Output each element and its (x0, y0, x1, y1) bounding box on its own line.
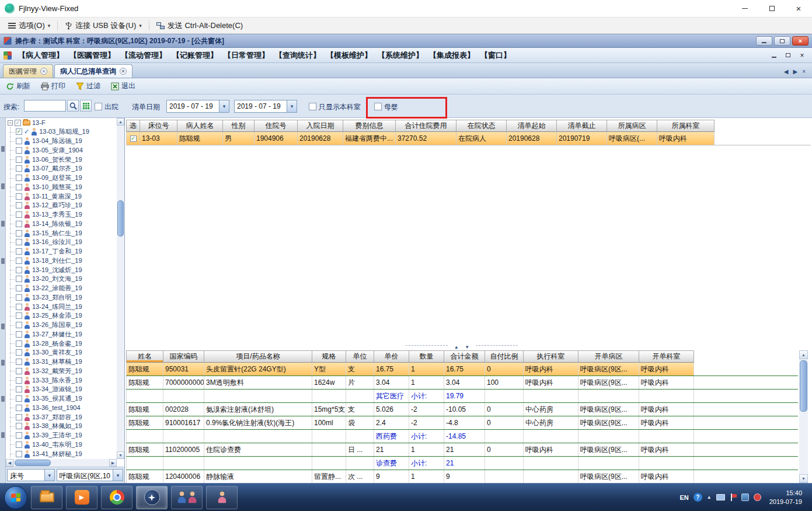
detail-cell[interactable]: 21 (374, 443, 409, 456)
detail-cell[interactable] (312, 443, 346, 456)
detail-cell[interactable]: 21 (444, 443, 485, 456)
detail-header-10[interactable]: 开单病区 (578, 350, 639, 363)
tree-item-patient[interactable]: 13-36_test_1904 (6, 404, 117, 413)
detail-cell[interactable]: 呼吸内科 (639, 403, 694, 416)
detail-cell[interactable]: 950031 (163, 363, 204, 376)
detail-cell[interactable] (578, 430, 639, 443)
tab-close-all-icon[interactable]: × (802, 68, 806, 75)
tree-vertical-scrollbar[interactable]: ▲ ▼ (117, 118, 124, 459)
detail-cell[interactable]: 呼吸病区(9区... (578, 470, 639, 483)
menu-item-8[interactable]: 【集成报表】 (426, 48, 478, 62)
summary-cell[interactable]: ✓ (126, 132, 140, 145)
taskbar-clock[interactable]: 15:40 2019-07-19 (769, 489, 806, 506)
taskbar-explorer-button[interactable] (31, 486, 62, 509)
detail-cell[interactable]: 呼吸病区(9区... (578, 443, 639, 456)
patient-label[interactable]: 13-07_戴尔齐_19 (32, 164, 82, 173)
only-dept-label[interactable]: 只显示本科室 (319, 102, 361, 112)
detail-cell[interactable] (204, 457, 312, 470)
detail-cell[interactable]: 陈聪规 (126, 363, 163, 376)
tree-item-patient[interactable]: 13-30_黄祥友_19 (6, 348, 117, 357)
patient-label[interactable]: 13-06_贺长荣_19 (32, 155, 82, 164)
remote-restore-button[interactable] (774, 36, 790, 46)
summary-cell[interactable]: 20190719 (557, 132, 607, 145)
detail-cell[interactable]: 9 (444, 470, 485, 483)
options-menu[interactable]: 选项(O) ▾ (6, 20, 53, 31)
detail-cell[interactable] (524, 390, 578, 402)
detail-cell[interactable]: 19.79 (444, 390, 485, 402)
detail-subtotal-row[interactable]: 其它医疗小计:19.79 (126, 390, 798, 403)
summary-header-1[interactable]: 床位号 (140, 120, 177, 132)
discharge-checkbox[interactable] (95, 103, 102, 110)
window-minimize-button[interactable] (731, 0, 758, 18)
scrollbar-thumb[interactable] (117, 200, 124, 237)
summary-cell[interactable]: 1904906 (255, 132, 298, 145)
scroll-down-icon[interactable]: ▼ (117, 451, 124, 459)
date-from-combo[interactable]: 2019 - 07 - 19 ▾ (166, 100, 229, 113)
tree-item-patient[interactable]: 13-26_陈国章_19 (6, 321, 117, 330)
patient-checkbox[interactable] (16, 239, 22, 245)
summary-header-12[interactable]: 所属科室 (657, 120, 715, 132)
patient-checkbox[interactable] (16, 442, 22, 448)
exit-button[interactable]: 退出 (111, 81, 135, 91)
detail-cell[interactable]: 呼吸内科 (639, 363, 694, 376)
tab-close-icon[interactable]: × (40, 68, 47, 75)
tree-item-patient[interactable]: 13-07_戴尔齐_19 (6, 164, 117, 173)
patient-label[interactable]: 13-20_刘文海_19 (32, 274, 82, 283)
collapsed-panel-strip[interactable] (0, 118, 6, 483)
patient-label[interactable]: 13-33_陈永香_19 (32, 376, 82, 385)
scroll-up-icon[interactable]: ▲ (117, 118, 124, 126)
detail-cell[interactable]: 120400006 (163, 470, 204, 483)
summary-cell[interactable]: 呼吸病区(... (607, 132, 657, 145)
ward-combo[interactable]: 呼吸病区(9区,10 ▾ (57, 469, 123, 481)
tree-item-patient[interactable]: 13-09_赵登英_19 (6, 173, 117, 183)
baby-checkbox[interactable] (374, 103, 382, 110)
detail-header-2[interactable]: 项目/药品名称 (204, 350, 312, 363)
tree-item-patient[interactable]: 13-31_林草楠_19 (6, 357, 117, 367)
summary-cell[interactable]: 20190628 (507, 132, 557, 145)
patient-checkbox[interactable] (16, 157, 22, 163)
patient-checkbox[interactable]: ✓ (16, 128, 22, 135)
detail-cell[interactable] (126, 430, 163, 443)
patient-label[interactable]: 13-05_安康_1904 (32, 146, 83, 155)
patient-label[interactable]: 13-12_蔡巧珍_19 (32, 201, 82, 210)
patient-label[interactable]: 13-37_郑碧容_19 (32, 413, 82, 422)
scrollbar-thumb[interactable] (15, 460, 51, 466)
export-button[interactable] (80, 100, 92, 112)
display-icon[interactable] (716, 494, 725, 500)
detail-cell[interactable]: 16.75 (444, 363, 485, 376)
menu-item-7[interactable]: 【系统维护】 (375, 48, 426, 62)
mdi-restore-button[interactable] (784, 51, 792, 60)
detail-cell[interactable]: 支 (346, 403, 374, 416)
scroll-left-icon[interactable]: ◀ (6, 459, 13, 467)
tree-item-patient[interactable]: 13-06_贺长荣_19 (6, 155, 117, 164)
baby-label[interactable]: 母婴 (384, 102, 398, 112)
patient-checkbox[interactable] (16, 405, 22, 411)
patient-label[interactable]: 13-31_林草楠_19 (32, 357, 82, 366)
detail-cell[interactable] (639, 430, 694, 443)
detail-cell[interactable] (312, 390, 346, 402)
detail-cell[interactable]: 3M透明敷料 (204, 376, 312, 389)
summary-header-7[interactable]: 合计住院费用 (396, 120, 456, 132)
patient-checkbox[interactable] (16, 285, 22, 291)
tree-item-patient[interactable]: 13-05_安康_1904 (6, 146, 117, 155)
taskbar-media-button[interactable]: ▶ (66, 486, 97, 509)
detail-header-1[interactable]: 国家编码 (163, 350, 204, 363)
patient-checkbox[interactable] (16, 312, 22, 319)
detail-header-11[interactable]: 开单科室 (639, 350, 694, 363)
summary-header-11[interactable]: 所属病区 (607, 120, 657, 132)
tab-order-management[interactable]: 医嘱管理 × (3, 64, 53, 78)
summary-cell[interactable]: 男 (223, 132, 255, 145)
detail-cell[interactable]: 3.04 (444, 376, 485, 389)
detail-cell[interactable] (204, 390, 312, 402)
patient-checkbox[interactable] (16, 423, 22, 429)
patient-checkbox[interactable] (16, 138, 22, 144)
detail-cell[interactable]: 002028 (163, 403, 204, 416)
summary-header-8[interactable]: 在院状态 (456, 120, 507, 132)
menu-item-2[interactable]: 【流动管理】 (118, 48, 169, 62)
detail-cell[interactable]: 陈聪规 (126, 470, 163, 483)
detail-cell[interactable]: -14.85 (444, 430, 485, 443)
menu-item-0[interactable]: 【病人管理】 (15, 48, 67, 62)
detail-cell[interactable]: 日 ... (346, 443, 374, 456)
tree-item-patient[interactable]: 13-27_林健仕_19 (6, 330, 117, 339)
discharge-label[interactable]: 出院 (104, 102, 119, 112)
